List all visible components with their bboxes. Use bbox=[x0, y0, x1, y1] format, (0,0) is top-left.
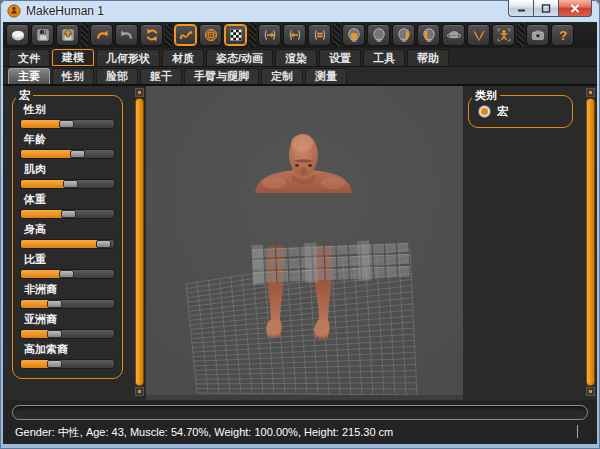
scroll-up-cap[interactable] bbox=[586, 88, 595, 97]
slider-handle[interactable] bbox=[59, 270, 74, 278]
redo-button[interactable] bbox=[115, 24, 138, 46]
view-top-button[interactable] bbox=[442, 24, 465, 46]
right-panel-scrollbar[interactable] bbox=[586, 88, 595, 396]
maximize-button[interactable] bbox=[533, 0, 559, 17]
slider-handle[interactable] bbox=[70, 150, 85, 158]
symmetry-left-icon bbox=[287, 27, 303, 43]
slider-fill bbox=[21, 180, 64, 188]
tab-帮助[interactable]: 帮助 bbox=[407, 49, 449, 66]
slider-track[interactable] bbox=[20, 329, 115, 339]
subtab-定制[interactable]: 定制 bbox=[261, 68, 303, 84]
category-group-title: 类别 bbox=[472, 88, 500, 102]
status-text: Gender: 中性, Age: 43, Muscle: 54.70%, Wei… bbox=[15, 425, 393, 440]
help-button[interactable]: ? bbox=[551, 24, 574, 46]
wireframe-button[interactable] bbox=[199, 24, 222, 46]
face-view-button[interactable] bbox=[467, 24, 490, 46]
smooth-button[interactable] bbox=[174, 24, 197, 46]
symmetry-right-button[interactable] bbox=[258, 24, 281, 46]
scroll-down-cap[interactable] bbox=[586, 387, 595, 396]
slider-fill bbox=[21, 360, 48, 368]
slider-fill bbox=[21, 210, 62, 218]
slider-肌肉: 肌肉 bbox=[20, 163, 115, 189]
slider-label: 高加索裔 bbox=[20, 343, 115, 356]
subtab-躯干[interactable]: 躯干 bbox=[140, 68, 182, 84]
background-button[interactable] bbox=[224, 24, 247, 46]
view-left-icon bbox=[421, 27, 437, 43]
slider-比重: 比重 bbox=[20, 253, 115, 279]
left-panel-scrollbar[interactable] bbox=[135, 88, 144, 396]
radio-dot bbox=[481, 108, 488, 115]
slider-fill bbox=[21, 270, 60, 278]
symmetry-icon bbox=[312, 27, 328, 43]
right-panel: 类别 宏 bbox=[463, 86, 597, 400]
subtab-性别[interactable]: 性别 bbox=[52, 68, 94, 84]
reset-camera-icon bbox=[496, 27, 512, 43]
view-right-button[interactable] bbox=[392, 24, 415, 46]
tab-几何形状[interactable]: 几何形状 bbox=[96, 49, 160, 66]
slider-handle[interactable] bbox=[47, 330, 62, 338]
slider-handle[interactable] bbox=[61, 210, 76, 218]
slider-track[interactable] bbox=[20, 239, 115, 249]
slider-label: 亚洲裔 bbox=[20, 313, 115, 326]
tab-姿态/动画[interactable]: 姿态/动画 bbox=[206, 49, 273, 66]
slider-track[interactable] bbox=[20, 119, 115, 129]
slider-体重: 体重 bbox=[20, 193, 115, 219]
symmetry-button[interactable] bbox=[308, 24, 331, 46]
toolbar-separator bbox=[517, 23, 524, 47]
tab-文件[interactable]: 文件 bbox=[8, 49, 50, 66]
new-mesh-button[interactable] bbox=[6, 24, 29, 46]
slider-handle[interactable] bbox=[59, 120, 74, 128]
reset-button[interactable] bbox=[140, 24, 163, 46]
reset-camera-button[interactable] bbox=[492, 24, 515, 46]
view-left-button[interactable] bbox=[417, 24, 440, 46]
tab-工具[interactable]: 工具 bbox=[363, 49, 405, 66]
tab-建模[interactable]: 建模 bbox=[52, 49, 94, 66]
scroll-up-cap[interactable] bbox=[135, 88, 144, 97]
view-right-icon bbox=[396, 27, 412, 43]
slider-handle[interactable] bbox=[63, 180, 78, 188]
subtab-脸部[interactable]: 脸部 bbox=[96, 68, 138, 84]
slider-handle[interactable] bbox=[47, 300, 62, 308]
slider-track[interactable] bbox=[20, 149, 115, 159]
symmetry-left-button[interactable] bbox=[283, 24, 306, 46]
sub-tabbar: 主要性别脸部躯干手臂与腿脚定制测量 bbox=[3, 67, 597, 86]
subtab-主要[interactable]: 主要 bbox=[8, 68, 50, 84]
slider-非洲裔: 非洲裔 bbox=[20, 283, 115, 309]
viewport-3d[interactable] bbox=[146, 86, 463, 400]
wireframe-icon bbox=[203, 27, 219, 43]
tab-设置[interactable]: 设置 bbox=[319, 49, 361, 66]
makehuman-window: MakeHuman 1 ? 文件建模几何形状材质姿态/动画渲染设置工具帮助 主要… bbox=[0, 0, 600, 449]
tab-材质[interactable]: 材质 bbox=[162, 49, 204, 66]
slider-handle[interactable] bbox=[47, 360, 62, 368]
screenshot-button[interactable] bbox=[526, 24, 549, 46]
slider-亚洲裔: 亚洲裔 bbox=[20, 313, 115, 339]
minimize-button[interactable] bbox=[508, 0, 534, 17]
load-button[interactable] bbox=[56, 24, 79, 46]
slider-track[interactable] bbox=[20, 359, 115, 369]
subtab-测量[interactable]: 测量 bbox=[305, 68, 347, 84]
right-scroll-thumb[interactable] bbox=[586, 98, 595, 386]
slider-track[interactable] bbox=[20, 179, 115, 189]
undo-button[interactable] bbox=[90, 24, 113, 46]
toolbar-separator bbox=[81, 23, 88, 47]
slider-track[interactable] bbox=[20, 269, 115, 279]
scroll-down-cap[interactable] bbox=[135, 387, 144, 396]
slider-track[interactable] bbox=[20, 299, 115, 309]
slider-handle[interactable] bbox=[96, 240, 111, 248]
view-front-button[interactable] bbox=[342, 24, 365, 46]
save-button[interactable] bbox=[31, 24, 54, 46]
tab-渲染[interactable]: 渲染 bbox=[275, 49, 317, 66]
status-grip bbox=[577, 425, 578, 438]
radio-option-宏[interactable]: 宏 bbox=[476, 99, 565, 122]
viewport-canvas[interactable] bbox=[146, 86, 463, 400]
progress-bar bbox=[12, 405, 588, 420]
close-button[interactable] bbox=[558, 0, 592, 17]
left-scroll-thumb[interactable] bbox=[135, 98, 144, 386]
slider-track[interactable] bbox=[20, 209, 115, 219]
subtab-手臂与腿脚[interactable]: 手臂与腿脚 bbox=[184, 68, 259, 84]
titlebar[interactable]: MakeHuman 1 bbox=[0, 0, 600, 22]
view-back-button[interactable] bbox=[367, 24, 390, 46]
app-frame: ? 文件建模几何形状材质姿态/动画渲染设置工具帮助 主要性别脸部躯干手臂与腿脚定… bbox=[3, 22, 597, 444]
slider-fill bbox=[21, 300, 48, 308]
load-icon bbox=[60, 27, 76, 43]
